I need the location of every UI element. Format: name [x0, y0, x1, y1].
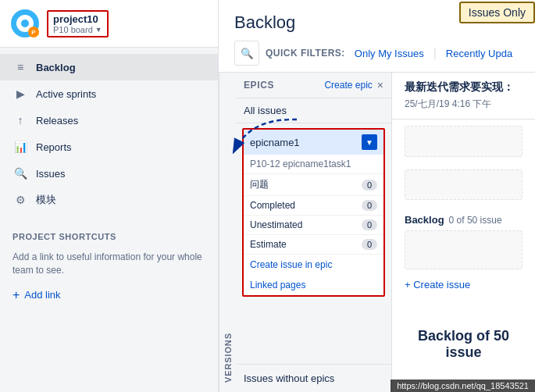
sprint-issue-placeholder-2 [405, 169, 523, 201]
sidebar-header: P project10 P10 board ▼ [0, 0, 218, 48]
all-issues-item[interactable]: All issues [236, 98, 391, 123]
stat-badge-issues: 0 [362, 180, 377, 191]
sidebar-item-modules[interactable]: ⚙ 模块 [0, 187, 218, 213]
epics-panel: EPICS Create epic × All issues epicname1… [236, 73, 392, 392]
sprint-section: 最新迭代需求要实现： 25/七月/19 4:16 下午 [392, 73, 535, 119]
project-name: project10 [53, 13, 102, 25]
content-area: VERSIONS EPICS Create epic × All issues … [219, 73, 535, 392]
epics-title: EPICS [244, 80, 274, 91]
sidebar-item-label: Reports [36, 141, 72, 153]
sidebar-item-label: Releases [36, 115, 78, 127]
add-icon: + [12, 288, 20, 302]
sidebar-item-label: 模块 [36, 193, 56, 207]
avatar-letter: P [28, 27, 39, 37]
sidebar-item-issues[interactable]: 🔍 Issues [0, 160, 218, 187]
create-issue-button[interactable]: + Create issue [405, 276, 523, 294]
epic-collapse-button[interactable]: ▼ [362, 134, 377, 150]
reports-icon: 📊 [12, 139, 28, 155]
linked-pages-link[interactable]: Linked pages [244, 275, 383, 295]
create-epic-link[interactable]: Create epic [324, 80, 372, 91]
epic-item: epicname1 ▼ P10-12 epicname1task1 问题 0 C… [242, 128, 385, 297]
shortcuts-text: Add a link to useful information for you… [0, 248, 218, 283]
only-my-issues-filter[interactable]: Only My Issues [351, 48, 427, 59]
main-area: Backlog 🔍 QUICK FILTERS: Only My Issues … [219, 0, 535, 392]
sprint-title: 最新迭代需求要实现： [405, 80, 523, 94]
stat-badge-estimate: 0 [362, 239, 377, 250]
sidebar-item-label: Issues [36, 168, 66, 180]
sidebar-item-label: Active sprints [36, 88, 96, 100]
project-board[interactable]: P10 board ▼ [53, 25, 102, 34]
backlog-large-label: Backlog of 50 issue [405, 328, 523, 361]
stat-label: Completed [250, 200, 295, 211]
quick-filters-label: QUICK FILTERS: [266, 48, 345, 59]
filter-separator: | [433, 46, 437, 60]
add-link-button[interactable]: + Add link [0, 283, 218, 307]
backlog-count: 0 of 50 issue [449, 215, 502, 226]
issues-icon: 🔍 [12, 166, 28, 181]
issues-only-badge: Issues Only [459, 2, 535, 23]
backlog-issue-placeholder [405, 230, 523, 269]
backlog-icon: ≡ [12, 59, 28, 75]
active-sprints-icon: ▶ [12, 86, 28, 102]
stat-badge-unestimated: 0 [362, 219, 377, 230]
avatar: P [11, 9, 39, 37]
sidebar-item-active-sprints[interactable]: ▶ Active sprints [0, 80, 218, 107]
sidebar: P project10 P10 board ▼ ≡ Backlog ▶ Acti… [0, 0, 219, 392]
backlog-label: Backlog [405, 214, 444, 226]
epics-actions: Create epic × [324, 79, 383, 91]
sprint-date: 25/七月/19 4:16 下午 [405, 98, 523, 111]
backlog-large-text-area: Backlog of 50 issue [392, 297, 535, 392]
sidebar-item-releases[interactable]: ↑ Releases [0, 107, 218, 134]
epic-name-row: epicname1 ▼ [244, 130, 383, 155]
epic-stat-completed: Completed 0 [244, 196, 383, 216]
create-issue-in-epic-link[interactable]: Create issue in epic [244, 255, 383, 275]
epic-stat-estimate: Estimate 0 [244, 235, 383, 255]
toolbar: 🔍 QUICK FILTERS: Only My Issues | Recent… [234, 41, 519, 66]
versions-strip: VERSIONS [219, 73, 236, 392]
modules-icon: ⚙ [12, 192, 28, 208]
search-button[interactable]: 🔍 [234, 41, 259, 66]
epic-task: P10-12 epicname1task1 [244, 155, 383, 174]
epic-stat-issues: 问题 0 [244, 174, 383, 196]
epic-stat-unestimated: Unestimated 0 [244, 216, 383, 235]
sidebar-item-label: Backlog [36, 62, 76, 73]
sidebar-item-reports[interactable]: 📊 Reports [0, 134, 218, 160]
project-info-box[interactable]: project10 P10 board ▼ [47, 10, 109, 37]
sprint-issue-placeholder [405, 126, 523, 157]
close-icon[interactable]: × [377, 79, 383, 91]
backlog-section: Backlog 0 of 50 issue + Create issue [392, 206, 535, 297]
sidebar-item-backlog[interactable]: ≡ Backlog [0, 54, 218, 80]
recently-updated-filter[interactable]: Recently Upda [443, 48, 515, 59]
page-header: Backlog 🔍 QUICK FILTERS: Only My Issues … [219, 0, 535, 73]
sidebar-nav: ≡ Backlog ▶ Active sprints ↑ Releases 📊 … [0, 48, 218, 219]
backlog-title-row: Backlog 0 of 50 issue [405, 214, 523, 226]
epics-header: EPICS Create epic × [236, 73, 391, 98]
issues-without-epics: Issues without epics [236, 364, 391, 392]
add-link-label: Add link [24, 289, 60, 301]
releases-icon: ↑ [12, 112, 28, 128]
stat-label: Unestimated [250, 219, 302, 230]
right-panel: 最新迭代需求要实现： 25/七月/19 4:16 下午 Backlog 0 of… [392, 73, 535, 392]
stat-label: 问题 [250, 178, 269, 191]
url-bar: https://blog.csdn.net/qq_18543521 [391, 380, 535, 392]
stat-label: Estimate [250, 239, 287, 250]
shortcuts-section-title: PROJECT SHORTCUTS [0, 219, 218, 248]
epic-name: epicname1 [250, 137, 300, 148]
stat-badge-completed: 0 [362, 200, 377, 211]
chevron-down-icon: ▼ [95, 26, 102, 34]
